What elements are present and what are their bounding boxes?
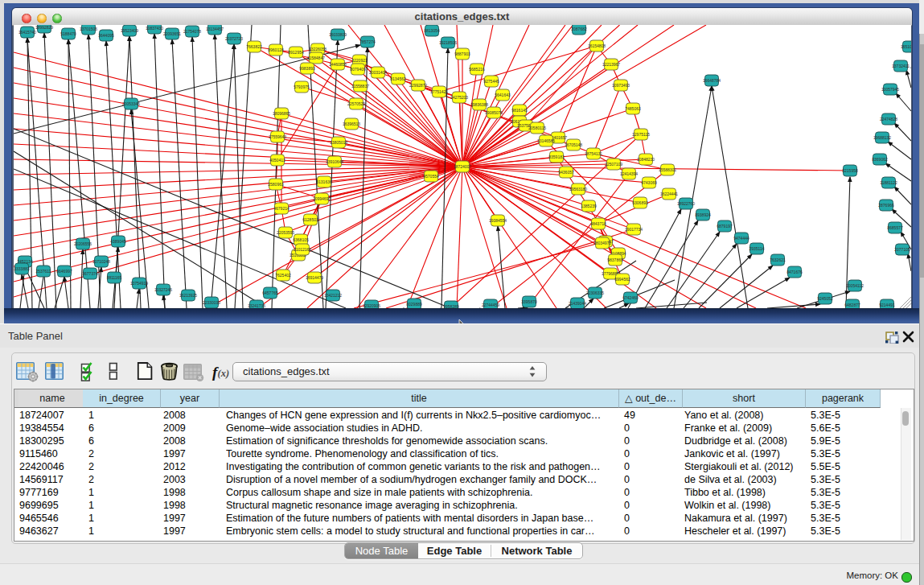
svg-text:8811165: 8811165 — [107, 275, 122, 280]
svg-text:10054112: 10054112 — [846, 283, 864, 288]
svg-text:13134457: 13134457 — [206, 27, 224, 31]
svg-text:8079409: 8079409 — [350, 67, 366, 72]
svg-text:4843718: 4843718 — [590, 221, 606, 226]
svg-text:(x): (x) — [218, 368, 230, 379]
svg-text:9958289: 9958289 — [443, 304, 459, 308]
svg-text:18724007: 18724007 — [454, 164, 471, 169]
svg-text:8912954: 8912954 — [288, 50, 304, 55]
svg-text:8215958: 8215958 — [842, 168, 858, 173]
svg-text:6482877: 6482877 — [844, 303, 860, 307]
svg-text:8646997: 8646997 — [56, 269, 72, 274]
svg-text:12975115: 12975115 — [632, 132, 650, 137]
svg-text:18754131: 18754131 — [585, 151, 602, 156]
svg-text:8359183: 8359183 — [548, 154, 565, 159]
svg-text:22306335: 22306335 — [586, 290, 604, 295]
svg-text:22093651: 22093651 — [163, 31, 181, 36]
svg-text:3131636: 3131636 — [316, 179, 332, 184]
svg-text:16154808: 16154808 — [588, 43, 606, 48]
svg-text:16033809: 16033809 — [329, 32, 347, 37]
svg-text:13805018: 13805018 — [330, 140, 347, 145]
svg-text:8813054: 8813054 — [424, 28, 440, 33]
svg-text:14460856: 14460856 — [329, 62, 347, 67]
svg-text:19017734: 19017734 — [625, 227, 643, 232]
svg-text:13754919: 13754919 — [130, 281, 148, 286]
svg-text:18992829: 18992829 — [35, 25, 53, 30]
svg-text:18034970: 18034970 — [593, 241, 611, 245]
svg-text:12920906: 12920906 — [363, 303, 380, 308]
svg-text:11584847: 11584847 — [307, 56, 325, 60]
svg-text:19523409: 19523409 — [121, 28, 138, 33]
svg-text:2876966: 2876966 — [878, 203, 894, 208]
svg-text:4389045: 4389045 — [110, 239, 126, 244]
svg-text:9245052: 9245052 — [817, 296, 833, 301]
svg-text:13421212: 13421212 — [324, 293, 342, 298]
svg-text:2935114: 2935114 — [749, 246, 764, 251]
svg-text:4570554: 4570554 — [423, 174, 439, 179]
svg-text:8685577: 8685577 — [887, 225, 903, 230]
svg-text:6994562: 6994562 — [614, 277, 630, 282]
svg-text:10837430: 10837430 — [146, 26, 163, 31]
svg-text:6879197: 6879197 — [717, 224, 733, 229]
svg-text:22053595: 22053595 — [277, 230, 294, 235]
svg-text:8938924: 8938924 — [695, 212, 711, 217]
svg-text:7625402: 7625402 — [275, 273, 291, 278]
svg-text:6457765: 6457765 — [262, 290, 278, 295]
svg-text:9474444: 9474444 — [733, 236, 749, 241]
svg-text:10057945: 10057945 — [881, 87, 899, 92]
svg-text:19563180: 19563180 — [569, 187, 587, 192]
svg-text:20994697: 20994697 — [313, 196, 331, 201]
svg-text:22570529: 22570529 — [347, 101, 365, 106]
svg-text:13241736: 13241736 — [248, 303, 265, 308]
svg-text:20580115: 20580115 — [528, 126, 546, 130]
svg-text:22744459: 22744459 — [482, 303, 499, 307]
svg-text:16213925: 16213925 — [179, 293, 197, 298]
svg-text:8134562: 8134562 — [390, 76, 406, 81]
svg-text:8960128: 8960128 — [268, 47, 284, 52]
svg-text:19688132: 19688132 — [873, 135, 891, 140]
svg-text:18922760: 18922760 — [677, 201, 695, 206]
svg-text:3644095: 3644095 — [98, 33, 114, 38]
svg-text:11558837: 11558837 — [351, 84, 369, 89]
svg-text:4679214: 4679214 — [273, 206, 290, 211]
svg-text:10973493: 10973493 — [612, 83, 630, 88]
svg-text:9436057: 9436057 — [558, 170, 574, 175]
svg-text:2580963: 2580963 — [268, 182, 284, 187]
svg-text:7663822: 7663822 — [246, 44, 262, 49]
svg-text:17559643: 17559643 — [269, 134, 286, 139]
svg-text:4743069: 4743069 — [641, 180, 657, 185]
svg-text:20031404: 20031404 — [369, 70, 387, 75]
svg-text:8369062: 8369062 — [872, 157, 888, 162]
svg-text:19384554: 19384554 — [489, 218, 507, 223]
svg-text:2077105: 2077105 — [894, 247, 910, 252]
svg-text:18096865: 18096865 — [273, 111, 290, 116]
svg-text:5793975: 5793975 — [294, 84, 310, 89]
svg-text:13226058: 13226058 — [309, 47, 326, 51]
svg-text:16705148: 16705148 — [565, 142, 582, 147]
svg-text:16648784: 16648784 — [703, 78, 721, 83]
svg-text:19085076: 19085076 — [485, 110, 503, 115]
svg-text:10327246: 10327246 — [154, 287, 172, 292]
svg-text:5188470: 5188470 — [60, 31, 76, 36]
svg-text:16396513: 16396513 — [343, 122, 360, 126]
svg-text:22992872: 22992872 — [409, 83, 427, 88]
svg-text:22330030: 22330030 — [203, 300, 220, 305]
svg-text:3220921: 3220921 — [351, 58, 368, 63]
svg-text:3677374: 3677374 — [82, 271, 98, 276]
svg-text:19218506: 19218506 — [439, 40, 457, 45]
svg-text:5641643: 5641643 — [495, 93, 511, 97]
svg-text:16415740: 16415740 — [18, 30, 36, 35]
svg-text:15588301: 15588301 — [659, 167, 676, 172]
svg-text:6306893: 6306893 — [632, 200, 648, 205]
svg-text:4050413: 4050413 — [269, 158, 285, 163]
svg-text:19836388: 19836388 — [470, 102, 488, 107]
svg-text:6128503: 6128503 — [302, 217, 318, 222]
svg-text:9816145: 9816145 — [511, 108, 528, 113]
svg-text:9275445: 9275445 — [483, 79, 499, 84]
svg-text:10848230: 10848230 — [637, 157, 655, 162]
svg-text:3395870: 3395870 — [521, 299, 537, 304]
svg-text:6368105: 6368105 — [293, 237, 309, 242]
svg-text:9983893: 9983893 — [299, 66, 315, 71]
svg-text:16914479: 16914479 — [306, 275, 323, 280]
svg-text:12414394: 12414394 — [620, 171, 638, 176]
svg-text:21012166: 21012166 — [294, 247, 311, 252]
